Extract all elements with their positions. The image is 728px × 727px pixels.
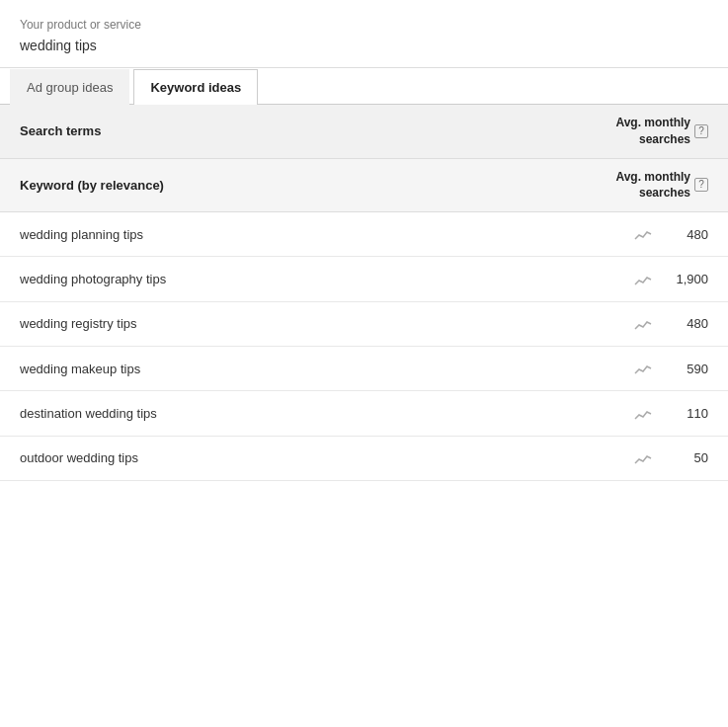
product-field-value: wedding tips xyxy=(20,38,708,53)
keyword-avg-header: Avg. monthlysearches ? xyxy=(615,169,708,202)
trend-icon xyxy=(633,316,653,332)
table-row: wedding registry tips 480 xyxy=(0,302,728,347)
product-service-section: Your product or service wedding tips xyxy=(0,0,728,68)
table-row: outdoor wedding tips 50 xyxy=(0,437,728,481)
keyword-right: 1,900 xyxy=(633,271,708,286)
keyword-header-label: Keyword (by relevance) xyxy=(20,178,164,193)
keyword-right: 480 xyxy=(633,226,708,242)
search-count: 480 xyxy=(669,227,708,242)
trend-icon xyxy=(633,450,653,466)
table-row: wedding photography tips 1,900 xyxy=(0,257,728,301)
trend-icon xyxy=(633,405,653,421)
keyword-name: wedding registry tips xyxy=(20,316,137,331)
search-count: 1,900 xyxy=(669,272,708,286)
keyword-name: outdoor wedding tips xyxy=(20,450,138,465)
search-terms-header: Search terms Avg. monthlysearches ? xyxy=(0,105,728,159)
table-row: wedding planning tips 480 xyxy=(0,212,728,257)
keyword-right: 50 xyxy=(633,450,708,466)
keyword-right: 480 xyxy=(633,316,708,332)
search-count: 110 xyxy=(669,406,708,421)
keyword-table: Keyword (by relevance) Avg. monthlysearc… xyxy=(0,159,728,481)
search-terms-avg-header: Avg. monthlysearches ? xyxy=(615,115,708,148)
search-terms-label: Search terms xyxy=(20,123,101,138)
keyword-help-icon[interactable]: ? xyxy=(694,178,708,192)
keyword-name: wedding photography tips xyxy=(20,272,166,286)
search-count: 480 xyxy=(669,316,708,331)
main-content: Search terms Avg. monthlysearches ? Keyw… xyxy=(0,105,728,481)
keyword-name: destination wedding tips xyxy=(20,406,157,421)
keyword-name: wedding planning tips xyxy=(20,227,143,242)
product-field-label: Your product or service xyxy=(20,18,708,32)
trend-icon xyxy=(633,271,653,286)
tabs-bar: Ad group ideas Keyword ideas xyxy=(0,68,728,105)
keyword-name: wedding makeup tips xyxy=(20,362,140,376)
trend-icon xyxy=(633,226,653,242)
keyword-right: 590 xyxy=(633,361,708,376)
keyword-right: 110 xyxy=(633,405,708,421)
keyword-table-header: Keyword (by relevance) Avg. monthlysearc… xyxy=(0,159,728,213)
tab-ad-group[interactable]: Ad group ideas xyxy=(10,69,129,105)
trend-icon xyxy=(633,361,653,376)
search-count: 50 xyxy=(669,450,708,465)
table-row: wedding makeup tips 590 xyxy=(0,347,728,391)
search-terms-help-icon[interactable]: ? xyxy=(694,124,708,138)
table-row: destination wedding tips 110 xyxy=(0,391,728,436)
search-count: 590 xyxy=(669,362,708,376)
tab-keyword-ideas[interactable]: Keyword ideas xyxy=(133,69,258,105)
